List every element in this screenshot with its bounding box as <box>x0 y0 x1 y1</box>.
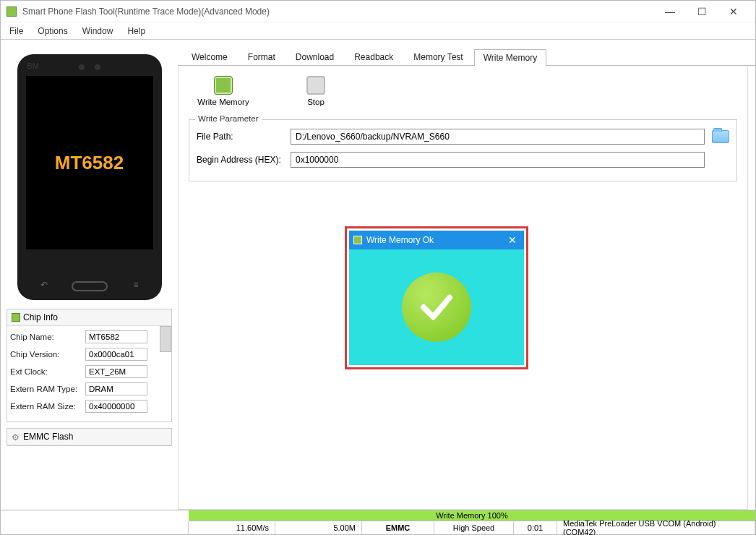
begin-address-input[interactable] <box>291 152 705 168</box>
write-memory-label: Write Memory <box>197 98 249 106</box>
tab-download[interactable]: Download <box>286 48 343 65</box>
param-legend: Write Parameter <box>195 114 262 123</box>
browse-folder-icon[interactable] <box>712 130 729 143</box>
tab-welcome[interactable]: Welcome <box>182 48 237 65</box>
dialog-titlebar[interactable]: Write Memory Ok ✕ <box>349 231 524 249</box>
emmc-panel: ⚙ EMMC Flash <box>7 428 172 446</box>
write-memory-button[interactable]: Write Memory <box>194 76 252 106</box>
stop-icon <box>306 76 325 95</box>
status-time: 0:01 <box>514 521 557 534</box>
progress-text: Write Memory 100% <box>436 511 507 520</box>
menu-window[interactable]: Window <box>77 25 119 38</box>
begin-address-label: Begin Address (HEX): <box>197 155 291 165</box>
statusbar: Write Memory 100% 11.60M/s 5.00M EMMC Hi… <box>1 510 755 534</box>
write-memory-ok-dialog: Write Memory Ok ✕ <box>345 226 528 369</box>
chip-name-value: MT6582 <box>85 330 147 343</box>
ram-size-label: Extern RAM Size: <box>10 402 85 411</box>
tab-readback[interactable]: Readback <box>345 48 403 65</box>
chip-info-body: Chip Name:MT6582 Chip Version:0x0000ca01… <box>7 326 171 421</box>
gear-icon: ⚙ <box>12 432 20 441</box>
ram-type-value: DRAM <box>85 382 147 395</box>
phone-back-icon: ↶ <box>40 280 48 290</box>
ram-type-label: Extern RAM Type: <box>10 385 85 393</box>
menu-file[interactable]: File <box>4 25 29 38</box>
minimize-button[interactable]: — <box>654 3 686 20</box>
tab-write-memory[interactable]: Write Memory <box>474 49 546 66</box>
dialog-title: Write Memory Ok <box>366 235 505 245</box>
emmc-header[interactable]: ⚙ EMMC Flash <box>7 429 171 445</box>
window-title: Smart Phone Flash Tool(Runtime Trace Mod… <box>22 7 654 17</box>
stop-label: Stop <box>307 98 325 106</box>
menubar: File Options Window Help <box>1 22 755 40</box>
phone-home-icon <box>72 281 108 291</box>
tabs: Welcome Format Download Readback Memory … <box>178 46 755 66</box>
status-device: MediaTek PreLoader USB VCOM (Android) (C… <box>557 521 755 534</box>
status-cells: 11.60M/s 5.00M EMMC High Speed 0:01 Medi… <box>1 521 755 534</box>
success-check-icon <box>402 273 471 342</box>
chip-display-text: MT6582 <box>55 152 124 174</box>
chip-info-header[interactable]: Chip Info <box>7 309 171 326</box>
stop-button[interactable]: Stop <box>287 76 345 106</box>
ram-size-value: 0x40000000 <box>85 400 147 413</box>
dialog-icon <box>353 236 362 244</box>
file-path-label: File Path: <box>197 132 291 142</box>
dialog-body <box>349 249 524 365</box>
ext-clock-label: Ext Clock: <box>10 367 85 376</box>
status-size: 5.00M <box>275 521 362 534</box>
window-controls: — ☐ ✕ <box>654 3 749 20</box>
scrollbar-thumb[interactable] <box>160 326 171 352</box>
tab-memory-test[interactable]: Memory Test <box>404 48 472 65</box>
menu-options[interactable]: Options <box>32 25 73 38</box>
status-mode: High Speed <box>434 521 514 534</box>
titlebar: Smart Phone Flash Tool(Runtime Trace Mod… <box>1 1 755 22</box>
ext-clock-value: EXT_26M <box>85 365 147 378</box>
chip-name-label: Chip Name: <box>10 333 85 341</box>
status-storage: EMMC <box>362 521 434 534</box>
dialog-close-button[interactable]: ✕ <box>505 234 520 246</box>
close-button[interactable]: ✕ <box>718 3 749 20</box>
maximize-button[interactable]: ☐ <box>686 3 718 20</box>
phone-screen: MT6582 <box>26 76 153 249</box>
chip-version-value: 0x0000ca01 <box>85 348 147 361</box>
left-pane: BM MT6582 ↶ ≡ Chip Info Chip Name:MT6582… <box>1 40 178 510</box>
status-speed: 11.60M/s <box>189 521 275 534</box>
chip-icon <box>12 313 20 322</box>
write-parameter-group: Write Parameter File Path: Begin Address… <box>189 119 737 181</box>
emmc-title: EMMC Flash <box>23 432 73 442</box>
app-window: Smart Phone Flash Tool(Runtime Trace Mod… <box>0 0 756 535</box>
chip-info-panel: Chip Info Chip Name:MT6582 Chip Version:… <box>7 309 172 422</box>
write-memory-icon <box>214 76 233 95</box>
toolbar: Write Memory Stop <box>189 73 737 115</box>
phone-brand: BM <box>27 61 40 70</box>
chip-version-label: Chip Version: <box>10 350 85 359</box>
tab-format[interactable]: Format <box>239 48 285 65</box>
phone-preview: BM MT6582 ↶ ≡ <box>17 54 162 300</box>
phone-menu-icon: ≡ <box>133 280 138 290</box>
file-path-input[interactable] <box>291 129 705 145</box>
menu-help[interactable]: Help <box>121 25 151 38</box>
chip-info-title: Chip Info <box>23 312 58 322</box>
app-icon <box>7 7 17 17</box>
